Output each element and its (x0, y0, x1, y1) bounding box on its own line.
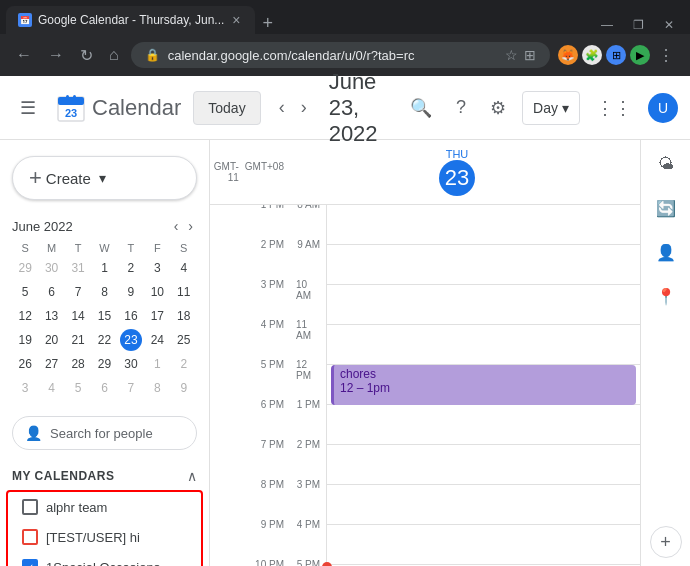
new-tab-button[interactable]: + (255, 13, 282, 34)
close-button[interactable]: ✕ (654, 16, 684, 34)
active-tab[interactable]: 📅 Google Calendar - Thursday, Jun... × (6, 6, 255, 34)
timezone-labels: GMT-11 GMT+08 (210, 153, 290, 191)
ext-icon-1[interactable]: 🦊 (558, 45, 578, 65)
mini-day-25[interactable]: 25 (173, 329, 195, 351)
chores-event[interactable]: chores 12 – 1pm (331, 365, 636, 405)
mini-day-30-prev[interactable]: 30 (41, 257, 63, 279)
mini-day-10[interactable]: 10 (146, 281, 168, 303)
mini-day-5[interactable]: 5 (14, 281, 36, 303)
time-grid[interactable]: 1 PM 2 PM 3 PM 4 PM 5 PM 6 PM 7 PM 8 PM … (210, 205, 640, 566)
calendar-item-alphr[interactable]: ✓ alphr team (8, 492, 201, 522)
settings-button[interactable]: ⚙ (482, 89, 514, 127)
ext-icon-4[interactable]: ▶ (630, 45, 650, 65)
gmt08-label-9am: 9 AM (297, 239, 320, 250)
ext-icon-3[interactable]: ⊞ (606, 45, 626, 65)
mini-day-2[interactable]: 2 (120, 257, 142, 279)
events-column[interactable]: chores 12 – 1pm (326, 205, 640, 566)
prev-period-button[interactable]: ‹ (273, 93, 291, 122)
mini-day-6[interactable]: 6 (41, 281, 63, 303)
testuser-checkbox[interactable]: ✓ (22, 529, 38, 545)
help-button[interactable]: ? (448, 89, 474, 126)
maps-icon[interactable]: 📍 (650, 280, 682, 312)
menu-icon[interactable]: ⋮ (654, 46, 678, 65)
maximize-button[interactable]: ❐ (623, 16, 654, 34)
mini-day-2-next[interactable]: 2 (173, 353, 195, 375)
mini-day-26[interactable]: 26 (14, 353, 36, 375)
my-calendars-header[interactable]: My calendars ∧ (0, 462, 209, 490)
mini-day-8[interactable]: 8 (93, 281, 115, 303)
mini-day-30[interactable]: 30 (120, 353, 142, 375)
url-bar[interactable]: 🔒 calendar.google.com/calendar/u/0/r?tab… (131, 42, 550, 68)
mini-day-13[interactable]: 13 (41, 305, 63, 327)
back-button[interactable]: ← (12, 42, 36, 68)
current-time-dot (322, 562, 332, 566)
mini-day-21[interactable]: 21 (67, 329, 89, 351)
mini-day-14[interactable]: 14 (67, 305, 89, 327)
home-button[interactable]: ⌂ (105, 42, 123, 68)
mini-day-11[interactable]: 11 (173, 281, 195, 303)
user-avatar[interactable]: U (648, 93, 678, 123)
hamburger-menu[interactable]: ☰ (12, 89, 44, 127)
top-bar: ☰ 23 Calendar Today ‹ › June 23, 2022 🔍 … (0, 76, 690, 140)
top-actions: 🔍 ? ⚙ Day ▾ ⋮⋮ U (402, 89, 678, 127)
refresh-button[interactable]: ↻ (76, 42, 97, 69)
mini-day-12[interactable]: 12 (14, 305, 36, 327)
calendar-item-testuser[interactable]: ✓ [TEST/USER] hi (8, 522, 201, 552)
today-button[interactable]: Today (193, 91, 260, 125)
tasks-icon[interactable]: 🔄 (650, 192, 682, 224)
search-people-button[interactable]: 👤 Search for people (12, 416, 197, 450)
next-period-button[interactable]: › (295, 93, 313, 122)
bookmark-icon[interactable]: ☆ (505, 47, 518, 63)
mini-day-7-next[interactable]: 7 (120, 377, 142, 399)
mini-day-19[interactable]: 19 (14, 329, 36, 351)
mini-day-29[interactable]: 29 (93, 353, 115, 375)
gmt08-label-11am: 11 AM (296, 319, 320, 341)
mini-day-1[interactable]: 1 (93, 257, 115, 279)
mini-day-16[interactable]: 16 (120, 305, 142, 327)
mini-day-6-next[interactable]: 6 (93, 377, 115, 399)
mini-day-4-next[interactable]: 4 (41, 377, 63, 399)
mini-day-27[interactable]: 27 (41, 353, 63, 375)
mini-day-9[interactable]: 9 (120, 281, 142, 303)
mini-day-7[interactable]: 7 (67, 281, 89, 303)
mini-day-29-prev[interactable]: 29 (14, 257, 36, 279)
mini-day-5-next[interactable]: 5 (67, 377, 89, 399)
mini-day-31-prev[interactable]: 31 (67, 257, 89, 279)
mini-day-15[interactable]: 15 (93, 305, 115, 327)
mini-day-23-today[interactable]: 23 (120, 329, 142, 351)
mini-day-22[interactable]: 22 (93, 329, 115, 351)
mini-day-18[interactable]: 18 (173, 305, 195, 327)
mini-day-20[interactable]: 20 (41, 329, 63, 351)
add-panel-button[interactable]: + (650, 526, 682, 558)
contacts-icon[interactable]: 👤 (650, 236, 682, 268)
alphr-checkbox[interactable]: ✓ (22, 499, 38, 515)
ext-icon-2[interactable]: 🧩 (582, 45, 602, 65)
minimize-button[interactable]: — (591, 16, 623, 34)
calendar-item-special[interactable]: ✓ 1Special Occasions (8, 552, 201, 566)
mini-day-17[interactable]: 17 (146, 305, 168, 327)
gmt08-label-2pm: 2 PM (297, 439, 320, 450)
mini-day-24[interactable]: 24 (146, 329, 168, 351)
tab-close-btn[interactable]: × (230, 12, 242, 28)
weather-icon[interactable]: 🌤 (650, 148, 682, 180)
logo-text: Calendar (92, 95, 181, 121)
mini-day-8-next[interactable]: 8 (146, 377, 168, 399)
mini-day-9-next[interactable]: 9 (173, 377, 195, 399)
mini-day-28[interactable]: 28 (67, 353, 89, 375)
mini-cal-next-button[interactable]: › (184, 216, 197, 236)
forward-button[interactable]: → (44, 42, 68, 68)
reader-icon[interactable]: ⊞ (524, 47, 536, 63)
mini-day-4[interactable]: 4 (173, 257, 195, 279)
time-label-9pm: 9 PM (261, 519, 284, 530)
mini-cal-prev-button[interactable]: ‹ (170, 216, 183, 236)
right-panel: 🌤 🔄 👤 📍 + (640, 140, 690, 566)
special-checkbox[interactable]: ✓ (22, 559, 38, 566)
special-calendar-label: 1Special Occasions (46, 560, 160, 567)
mini-day-3-next[interactable]: 3 (14, 377, 36, 399)
create-button[interactable]: + Create ▾ (12, 156, 197, 200)
view-selector[interactable]: Day ▾ (522, 91, 580, 125)
search-button[interactable]: 🔍 (402, 89, 440, 127)
mini-day-3[interactable]: 3 (146, 257, 168, 279)
mini-day-1-next[interactable]: 1 (146, 353, 168, 375)
apps-grid-button[interactable]: ⋮⋮ (588, 89, 640, 127)
